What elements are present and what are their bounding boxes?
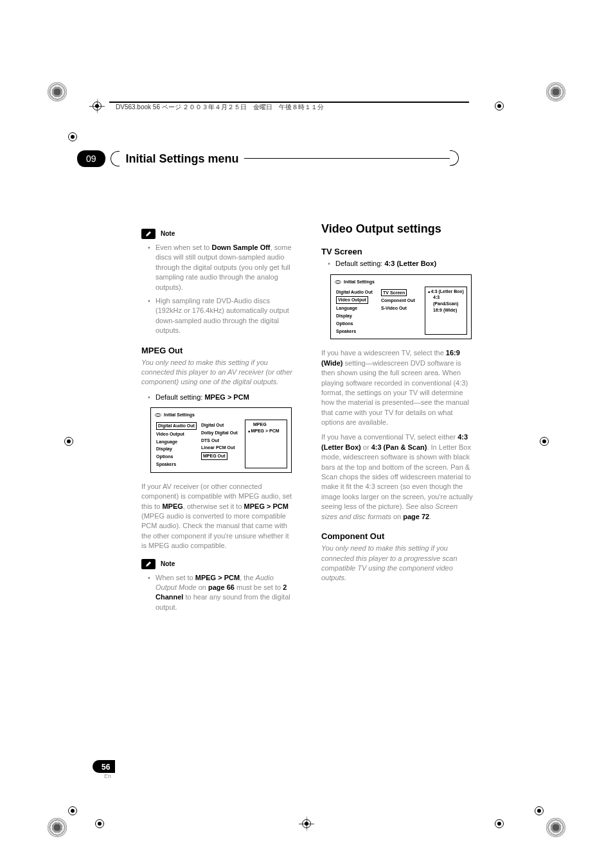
note-bullet-list: When set to MPEG > PCM, the Audio Output… [148,573,296,613]
menu-columns: Digital Audio Out Video Output Language … [155,421,287,468]
menu-option: 16:9 (Wide) [428,307,464,314]
dot-mark [64,437,73,446]
menu-option: 4:3 (Pan&Scan) [428,294,464,307]
note-label: Note [161,560,175,569]
menu-item: Component Out [380,297,425,305]
dot-mark [68,132,77,141]
note-header: Note [141,559,296,569]
menu-item: Language [155,438,200,446]
menu-item: Video Output [155,430,200,438]
text: or [361,443,371,451]
menu-item: Speakers [335,328,380,335]
menu-col: ■ 4:3 (Letter Box) 4:3 (Pan&Scan) 16:9 (… [425,287,467,335]
text: Default setting: [335,260,384,267]
menu-col: MPEG ■ MPEG > PCM [245,420,287,468]
default-setting-list: Default setting: MPEG > PCM [148,393,296,402]
text: . [429,513,431,520]
header-text: DV563.book 56 ページ ２００３年４月２５日 金曜日 午後８時１１分 [116,103,324,112]
menu-icon [335,280,341,284]
tv-paragraph-2: If you have a conventional TV, select ei… [321,432,475,522]
menu-item: S-Video Out [380,305,425,312]
text: MPEG > PCM [251,429,279,433]
text: setting—widescreen DVD software is then … [321,359,469,426]
italic-text: You only need to make this setting if yo… [321,544,458,581]
pencil-icon [141,229,155,239]
text: If you have a widescreen TV, select the [321,349,446,357]
bold-text: 4:3 (Letter Box) [384,260,436,267]
video-output-heading: Video Output settings [321,221,475,237]
list-item: Even when set to Down Sample Off, some d… [148,243,296,292]
menu-screenshot: Initial Settings Digital Audio Out Video… [330,274,472,340]
menu-item: TV Screen [381,289,407,297]
bold-text: MPEG > PCM [204,393,249,401]
text: on [391,513,403,520]
text: , the [240,574,255,581]
right-column: Video Output settings TV Screen Default … [321,221,475,616]
component-out-heading: Component Out [321,531,475,542]
svg-point-1 [157,414,159,417]
chapter-rule [244,158,450,159]
menu-item: Speakers [155,461,200,468]
bold-text: page 72 [403,513,429,520]
text: on [197,583,208,591]
default-setting-list: Default setting: 4:3 (Letter Box) [328,259,475,269]
menu-item: Language [335,305,380,312]
italic-text: You only need to make this setting if yo… [141,359,292,386]
dot-mark [540,437,549,446]
menu-title: Initial Settings [155,412,287,418]
svg-point-3 [337,280,339,283]
menu-option: ■ 4:3 (Letter Box) [428,288,464,295]
menu-col: Digital Out Dolby Digital Out DTS Out Li… [200,421,245,468]
print-mark [48,82,67,102]
menu-item: Options [155,453,200,461]
menu-col: Digital Audio Out Video Output Language … [335,288,380,335]
bracket-decor [111,151,120,166]
menu-item: Display [335,312,380,320]
bold-text: 4:3 (Pan & Scan) [371,443,427,451]
menu-title-text: Initial Settings [344,279,375,285]
pencil-icon [141,559,155,569]
bold-text: MPEG > PCM [195,574,240,581]
component-intro: You only need to make this setting if yo… [321,544,475,583]
crosshair-mark [302,819,311,828]
menu-item: DTS Out [200,437,245,445]
list-item: When set to MPEG > PCM, the Audio Output… [148,573,296,613]
dot-mark [535,806,544,815]
tv-screen-heading: TV Screen [321,246,475,258]
menu-option: MPEG [248,421,284,428]
menu-screenshot: Initial Settings Digital Audio Out Video… [150,407,292,473]
menu-item: Digital Audio Out [156,422,197,430]
mpeg-out-heading: MPEG Out [141,345,296,357]
menu-icon [155,413,161,417]
header-bar: DV563.book 56 ページ ２００３年４月２５日 金曜日 午後８時１１分 [90,103,520,112]
text: , otherwise set it to [183,502,244,510]
chapter-title: Initial Settings menu [126,152,239,166]
print-mark [48,818,67,837]
menu-item: Digital Out [200,421,245,429]
mpeg-intro: You only need to make this setting if yo… [141,358,296,387]
menu-item: Display [155,445,200,453]
text: Even when set to [155,244,211,251]
text: Default setting: [155,393,204,401]
bold-text: page 66 [208,583,235,591]
bold-text: Down Sample Off [211,244,270,251]
menu-columns: Digital Audio Out Video Output Language … [335,288,467,335]
note-header: Note [141,229,296,239]
print-mark [546,82,565,102]
print-mark [546,818,565,837]
bold-text: MPEG [162,502,182,510]
menu-item: MPEG Out [201,452,227,460]
dot-mark [68,806,77,815]
menu-item: Linear PCM Out [200,444,245,452]
bold-text: MPEG > PCM [244,502,289,510]
text: High sampling rate DVD-Audio discs (192k… [155,297,289,334]
mpeg-body-text: If your AV receiver (or other connected … [141,482,296,551]
text: (MPEG audio is converted to more compati… [141,512,289,549]
page-number-badge: 56 [93,760,115,773]
tv-paragraph-1: If you have a widescreen TV, select the … [321,348,475,427]
text: must be set to [235,583,283,591]
svg-point-0 [155,414,161,417]
left-column: Note Even when set to Down Sample Off, s… [141,221,296,616]
chapter-header: 09 Initial Settings menu [77,150,239,167]
note-bullet-list: Even when set to Down Sample Off, some d… [148,243,296,336]
